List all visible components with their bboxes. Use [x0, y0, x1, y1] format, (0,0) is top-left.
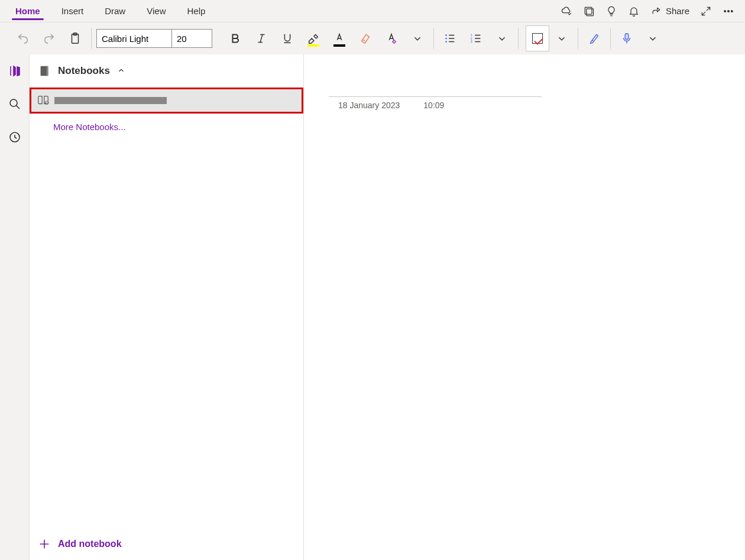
todo-tag-button[interactable] — [526, 25, 549, 51]
tabs-bar: Home Insert Draw View Help Share — [0, 0, 745, 22]
ribbon-group-history — [7, 22, 91, 54]
plus-icon — [38, 538, 51, 551]
page-time: 10:09 — [423, 101, 444, 110]
highlight-button[interactable] — [305, 28, 322, 49]
page-canvas[interactable]: 18 January 2023 10:09 — [304, 54, 745, 560]
ribbon-group-ink — [578, 22, 610, 54]
font-color-swatch — [333, 44, 345, 47]
ribbon-group-lists: 123 — [434, 22, 518, 54]
add-notebook-button[interactable]: Add notebook — [30, 528, 303, 560]
clipboard-button[interactable] — [66, 28, 84, 49]
svg-rect-13 — [625, 34, 629, 40]
numbered-list-button[interactable]: 123 — [467, 28, 485, 49]
ribbon-group-formatting — [219, 22, 433, 54]
tabs-left: Home Insert Draw View Help — [5, 0, 216, 22]
page-title-line[interactable] — [329, 84, 542, 97]
svg-point-14 — [10, 99, 17, 106]
ribbon-overflow-dropdown[interactable] — [644, 28, 662, 49]
svg-rect-0 — [585, 7, 592, 14]
ink-pen-button[interactable] — [585, 28, 603, 49]
notebook-name-redacted — [54, 97, 167, 104]
more-notebooks-link[interactable]: More Notebooks... — [30, 114, 303, 132]
tags-dropdown[interactable] — [553, 28, 571, 49]
svg-point-4 — [731, 10, 733, 12]
bulleted-list-button[interactable] — [441, 28, 459, 49]
svg-point-2 — [724, 10, 726, 12]
rail-recent-icon[interactable] — [7, 129, 23, 145]
formatting-more-dropdown[interactable] — [409, 28, 426, 49]
underline-button[interactable] — [278, 28, 296, 49]
font-color-button[interactable] — [331, 28, 348, 49]
rail-search-icon[interactable] — [7, 96, 23, 112]
ribbon-group-voice — [611, 22, 669, 54]
rail-notebooks-icon[interactable] — [7, 63, 23, 79]
tab-insert[interactable]: Insert — [51, 0, 95, 22]
font-name-input[interactable] — [96, 29, 172, 48]
svg-point-3 — [728, 10, 730, 12]
font-size-input[interactable] — [172, 29, 212, 48]
ribbon-group-tags — [519, 22, 578, 54]
svg-point-8 — [445, 38, 447, 40]
feed-icon[interactable] — [583, 5, 595, 17]
tab-home[interactable]: Home — [5, 0, 51, 22]
italic-button[interactable] — [252, 28, 270, 49]
tab-draw[interactable]: Draw — [94, 0, 136, 22]
ribbon: 123 — [0, 22, 745, 54]
bell-icon[interactable] — [628, 5, 640, 17]
add-notebook-label: Add notebook — [58, 539, 122, 549]
page-date-row: 18 January 2023 10:09 — [329, 97, 542, 110]
lists-more-dropdown[interactable] — [493, 28, 511, 49]
svg-rect-1 — [587, 8, 594, 15]
tab-help[interactable]: Help — [176, 0, 216, 22]
body: Notebooks More Notebooks... Add notebook… — [0, 54, 745, 560]
share-button[interactable]: Share — [650, 5, 689, 17]
ribbon-group-font — [92, 22, 219, 54]
undo-button[interactable] — [14, 28, 32, 49]
open-notebook-icon — [37, 94, 50, 107]
notebook-item-current[interactable] — [30, 88, 303, 114]
notebooks-header[interactable]: Notebooks — [30, 54, 303, 88]
share-label: Share — [666, 6, 689, 16]
titlebar-right: Share — [561, 0, 740, 22]
chevron-up-icon — [117, 66, 127, 76]
notebooks-header-label: Notebooks — [58, 65, 110, 77]
styles-button[interactable] — [383, 28, 400, 49]
fullscreen-icon[interactable] — [700, 5, 712, 17]
nav-rail — [0, 54, 30, 560]
svg-point-9 — [445, 41, 447, 43]
more-options-icon[interactable] — [723, 5, 734, 17]
svg-point-7 — [445, 34, 447, 36]
page-date: 18 January 2023 — [338, 101, 400, 110]
redo-button[interactable] — [40, 28, 58, 49]
cloud-sync-icon[interactable] — [561, 5, 572, 17]
dictate-button[interactable] — [618, 28, 636, 49]
highlight-color-swatch — [307, 44, 319, 47]
clear-formatting-button[interactable] — [357, 28, 374, 49]
svg-rect-17 — [47, 66, 48, 76]
notebook-header-icon — [38, 64, 51, 77]
tab-view[interactable]: View — [136, 0, 176, 22]
notebooks-panel: Notebooks More Notebooks... Add notebook — [30, 54, 304, 560]
svg-text:3: 3 — [471, 40, 472, 43]
page-header: 18 January 2023 10:09 — [329, 84, 542, 110]
checkbox-checked-icon — [532, 33, 543, 44]
bold-button[interactable] — [226, 28, 244, 49]
lightbulb-icon[interactable] — [605, 5, 617, 17]
